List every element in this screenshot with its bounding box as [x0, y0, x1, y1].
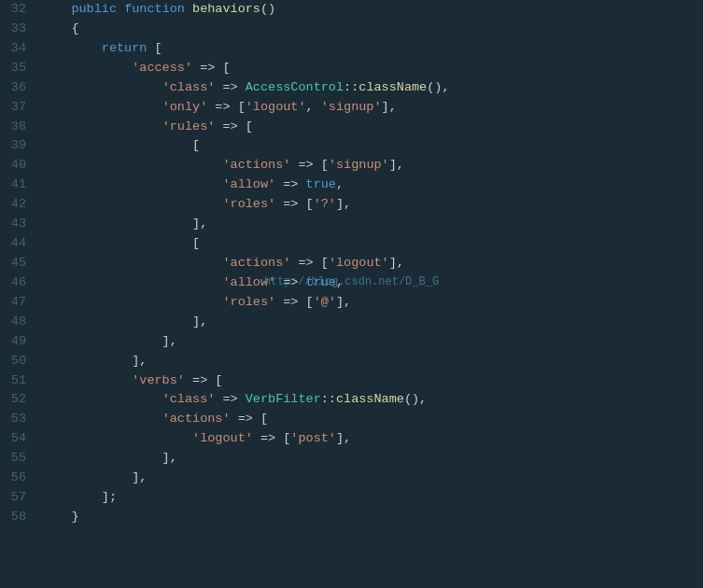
line-content: ], — [39, 469, 703, 488]
code-line: 56 ], — [0, 469, 703, 488]
code-line: 38 'rules' => [ — [0, 118, 703, 137]
line-content: return [ — [39, 39, 703, 59]
code-line: 52 'class' => VerbFilter::className(), — [0, 390, 703, 410]
code-line: 42 'roles' => ['?'], — [0, 195, 703, 215]
code-line: 55 ], — [0, 449, 703, 469]
line-content: 'actions' => ['signup'], — [39, 156, 703, 175]
code-line: 36 'class' => AccessControl::className()… — [0, 78, 703, 98]
line-number: 39 — [0, 136, 39, 156]
line-number: 49 — [0, 332, 39, 352]
line-number: 32 — [0, 0, 39, 20]
line-number: 36 — [0, 78, 39, 98]
code-line: 47 'roles' => ['@'], — [0, 293, 703, 313]
line-content: 'rules' => [ — [39, 118, 703, 137]
line-number: 51 — [0, 371, 39, 391]
line-content: 'class' => VerbFilter::className(), — [39, 390, 703, 410]
line-content: 'actions' => ['logout'], — [39, 254, 703, 273]
code-editor: 32 public function behaviors()33 {34 ret… — [0, 0, 703, 588]
line-number: 55 — [0, 449, 39, 469]
code-line: 58 } — [0, 508, 703, 527]
line-number: 52 — [0, 390, 39, 410]
line-content: 'verbs' => [ — [39, 371, 703, 391]
line-number: 33 — [0, 20, 39, 39]
code-line: 49 ], — [0, 332, 703, 352]
line-content: [ — [39, 234, 703, 254]
line-content: 'only' => ['logout', 'signup'], — [39, 98, 703, 118]
line-number: 56 — [0, 469, 39, 488]
code-line: 48 ], — [0, 313, 703, 332]
line-content: 'class' => AccessControl::className(), — [39, 78, 703, 98]
code-line: 44 [ — [0, 234, 703, 254]
line-content: 'actions' => [ — [39, 410, 703, 429]
line-number: 48 — [0, 313, 39, 332]
code-line: 35 'access' => [ — [0, 59, 703, 78]
line-content: ], — [39, 332, 703, 352]
line-number: 46 — [0, 273, 39, 293]
line-content: [ — [39, 136, 703, 156]
code-line: 51 'verbs' => [ — [0, 371, 703, 391]
line-content: 'allow' => true, — [39, 273, 703, 293]
code-line: 39 [ — [0, 136, 703, 156]
line-content: ], — [39, 313, 703, 332]
line-content: 'access' => [ — [39, 59, 703, 78]
line-content: ], — [39, 352, 703, 371]
line-number: 42 — [0, 195, 39, 215]
line-content: ], — [39, 215, 703, 234]
line-number: 35 — [0, 59, 39, 78]
line-number: 57 — [0, 488, 39, 508]
line-content: 'roles' => ['?'], — [39, 195, 703, 215]
line-number: 38 — [0, 118, 39, 137]
line-number: 37 — [0, 98, 39, 118]
line-content: } — [39, 508, 703, 527]
line-content: 'allow' => true, — [39, 175, 703, 195]
line-number: 58 — [0, 508, 39, 527]
code-line: 50 ], — [0, 352, 703, 371]
line-number: 53 — [0, 410, 39, 429]
code-line: 41 'allow' => true, — [0, 175, 703, 195]
line-number: 43 — [0, 215, 39, 234]
code-line: 45 'actions' => ['logout'], — [0, 254, 703, 273]
code-line: 57 ]; — [0, 488, 703, 508]
code-line: 34 return [ — [0, 39, 703, 59]
line-number: 45 — [0, 254, 39, 273]
line-number: 54 — [0, 429, 39, 449]
code-line: 53 'actions' => [ — [0, 410, 703, 429]
line-number: 41 — [0, 175, 39, 195]
line-number: 47 — [0, 293, 39, 313]
line-content: public function behaviors() — [39, 0, 703, 20]
line-content: 'roles' => ['@'], — [39, 293, 703, 313]
line-content: 'logout' => ['post'], — [39, 429, 703, 449]
code-line: 33 { — [0, 20, 703, 39]
code-line: 43 ], — [0, 215, 703, 234]
line-content: ]; — [39, 488, 703, 508]
line-number: 50 — [0, 352, 39, 371]
code-line: 54 'logout' => ['post'], — [0, 429, 703, 449]
line-number: 34 — [0, 39, 39, 59]
code-line: 32 public function behaviors() — [0, 0, 703, 20]
code-line: 40 'actions' => ['signup'], — [0, 156, 703, 175]
code-line: 37 'only' => ['logout', 'signup'], — [0, 98, 703, 118]
line-number: 40 — [0, 156, 39, 175]
code-line: 46 'allow' => true,http://blog.csdn.net/… — [0, 273, 703, 293]
line-content: { — [39, 20, 703, 39]
line-content: ], — [39, 449, 703, 469]
line-number: 44 — [0, 234, 39, 254]
